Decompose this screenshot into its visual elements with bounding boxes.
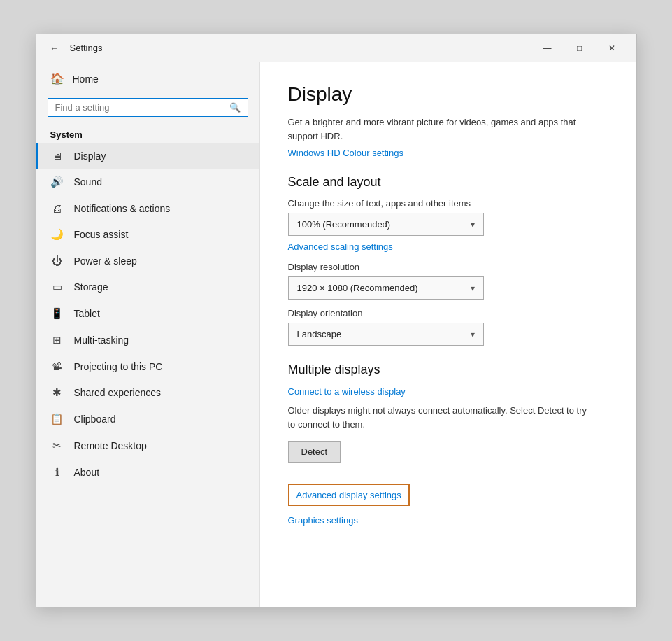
orientation-dropdown-arrow: ▾ xyxy=(471,330,475,339)
sidebar-item-notifications[interactable]: 🖨 Notifications & actions xyxy=(36,195,259,221)
resolution-label: Display resolution xyxy=(288,262,608,272)
advanced-display-box: Advanced display settings xyxy=(288,484,410,506)
scale-dropdown-arrow: ▾ xyxy=(471,220,475,230)
sidebar-item-label: Focus assist xyxy=(74,229,129,240)
resolution-value: 1920 × 1080 (Recommended) xyxy=(297,283,418,293)
content-area: 🏠 Home 🔍 System 🖥 Display 🔊 Sound 🖨 Noti… xyxy=(36,62,636,607)
multitasking-icon: ⊞ xyxy=(50,334,64,346)
advanced-display-link[interactable]: Advanced display settings xyxy=(296,490,401,500)
scale-section-title: Scale and layout xyxy=(288,175,608,190)
sidebar-item-display[interactable]: 🖥 Display xyxy=(36,143,259,169)
close-button[interactable]: ✕ xyxy=(596,34,628,62)
sidebar-item-label: Tablet xyxy=(74,308,100,319)
orientation-dropdown[interactable]: Landscape ▾ xyxy=(288,323,484,346)
back-button[interactable]: ← xyxy=(45,38,64,58)
sidebar-item-label: Remote Desktop xyxy=(74,440,147,451)
sidebar-item-shared[interactable]: ✱ Shared experiences xyxy=(36,379,259,406)
home-label: Home xyxy=(73,73,99,85)
sidebar-item-tablet[interactable]: 📱 Tablet xyxy=(36,300,259,327)
displays-description: Older displays might not always connect … xyxy=(288,404,596,431)
sidebar-item-about[interactable]: ℹ About xyxy=(36,459,259,486)
shared-icon: ✱ xyxy=(50,386,64,399)
sidebar-item-label: Clipboard xyxy=(74,414,116,425)
sidebar-item-label: Storage xyxy=(74,281,108,293)
clipboard-icon: 📋 xyxy=(50,413,64,425)
maximize-button[interactable]: □ xyxy=(564,34,596,62)
orientation-value: Landscape xyxy=(297,329,342,339)
minimize-button[interactable]: — xyxy=(531,34,564,62)
sidebar-item-power[interactable]: ⏻ Power & sleep xyxy=(36,248,259,274)
sidebar-item-label: Notifications & actions xyxy=(74,203,171,214)
advanced-scaling-link[interactable]: Advanced scaling settings xyxy=(288,241,608,252)
settings-window: ← Settings — □ ✕ 🏠 Home 🔍 System 🖥 Displ… xyxy=(36,34,637,607)
sidebar-item-home[interactable]: 🏠 Home xyxy=(36,62,259,95)
sidebar-item-projecting[interactable]: 📽 Projecting to this PC xyxy=(36,353,259,379)
sidebar-item-label: Projecting to this PC xyxy=(74,361,163,372)
wireless-display-link[interactable]: Connect to a wireless display xyxy=(288,386,406,397)
remote-icon: ✂ xyxy=(50,439,64,452)
graphics-settings-link[interactable]: Graphics settings xyxy=(288,515,358,526)
projecting-icon: 📽 xyxy=(50,360,64,372)
about-icon: ℹ xyxy=(50,466,64,479)
search-box: 🔍 xyxy=(48,98,248,117)
sound-icon: 🔊 xyxy=(50,176,64,188)
search-icon: 🔍 xyxy=(229,102,241,113)
sidebar-item-label: Display xyxy=(74,150,106,162)
sidebar-item-focus[interactable]: 🌙 Focus assist xyxy=(36,221,259,248)
sidebar-item-clipboard[interactable]: 📋 Clipboard xyxy=(36,406,259,432)
sidebar: 🏠 Home 🔍 System 🖥 Display 🔊 Sound 🖨 Noti… xyxy=(36,62,260,607)
resolution-dropdown-arrow: ▾ xyxy=(471,283,475,293)
scale-dropdown[interactable]: 100% (Recommended) ▾ xyxy=(288,213,484,236)
power-icon: ⏻ xyxy=(50,255,64,267)
titlebar: ← Settings — □ ✕ xyxy=(36,34,636,62)
sidebar-item-label: Sound xyxy=(74,176,102,188)
page-title: Display xyxy=(288,83,608,106)
system-section-label: System xyxy=(36,125,259,143)
focus-icon: 🌙 xyxy=(50,228,64,241)
sidebar-item-storage[interactable]: ▭ Storage xyxy=(36,274,259,300)
hdr-description: Get a brighter and more vibrant picture … xyxy=(288,115,596,143)
detect-button[interactable]: Detect xyxy=(288,441,341,463)
search-input[interactable] xyxy=(55,102,229,113)
multiple-displays-section-title: Multiple displays xyxy=(288,362,608,377)
sidebar-item-label: Shared experiences xyxy=(74,387,162,398)
scale-label: Change the size of text, apps and other … xyxy=(288,198,608,209)
sidebar-item-multitasking[interactable]: ⊞ Multi-tasking xyxy=(36,327,259,353)
tablet-icon: 📱 xyxy=(50,307,64,320)
display-icon: 🖥 xyxy=(50,150,64,162)
hdr-link[interactable]: Windows HD Colour settings xyxy=(288,148,403,158)
sidebar-item-label: About xyxy=(74,467,100,478)
window-controls: — □ ✕ xyxy=(531,34,628,62)
sidebar-item-label: Multi-tasking xyxy=(74,334,129,346)
notifications-icon: 🖨 xyxy=(50,202,64,214)
main-content: Display Get a brighter and more vibrant … xyxy=(260,62,636,607)
sidebar-item-remote[interactable]: ✂ Remote Desktop xyxy=(36,432,259,459)
window-title: Settings xyxy=(70,43,103,53)
storage-icon: ▭ xyxy=(50,281,64,293)
sidebar-item-sound[interactable]: 🔊 Sound xyxy=(36,169,259,195)
scale-value: 100% (Recommended) xyxy=(297,219,391,230)
orientation-label: Display orientation xyxy=(288,308,608,318)
resolution-dropdown[interactable]: 1920 × 1080 (Recommended) ▾ xyxy=(288,276,484,300)
sidebar-item-label: Power & sleep xyxy=(74,255,137,267)
home-icon: 🏠 xyxy=(50,72,64,85)
